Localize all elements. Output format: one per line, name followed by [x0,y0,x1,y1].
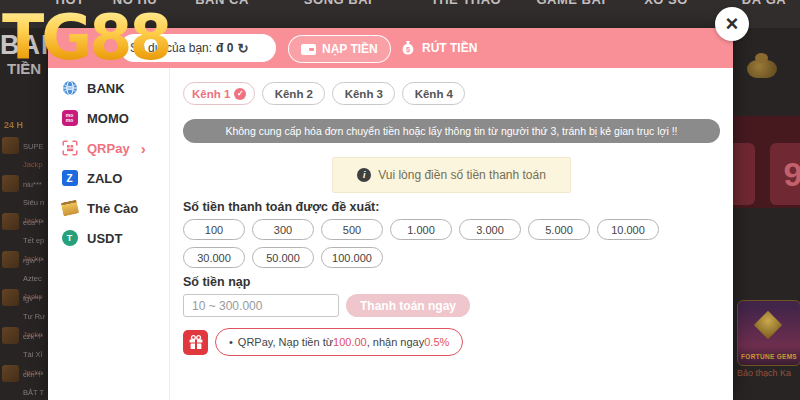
list-item: ckn*** BẮT T Jackp [0,362,47,400]
tab-kenh-4[interactable]: Kênh 4 [402,82,465,105]
nav-item-ban-ca[interactable]: BẮN CÁ [195,0,249,7]
info-icon: i [357,168,371,182]
close-icon[interactable]: × [715,7,749,41]
winner-prize: Jackp [23,160,43,169]
withdraw-tab-button[interactable]: $ RÚT TIỀN [400,35,477,61]
amount-button-100[interactable]: 100 [183,219,245,240]
tab-kenh-2[interactable]: Kênh 2 [262,82,325,105]
winner-user: SUPE [23,142,43,151]
game-thumbnail [2,175,19,192]
payment-method-sidebar: BANK mo mo MOMO [48,68,170,400]
sidebar-item-label: QRPay [87,141,130,156]
tab-label: Kênh 1 [192,88,230,100]
nav-item-xo-so[interactable]: XỔ SỐ [644,0,688,7]
deposit-tab-label: NẠP TIỀN [322,42,378,56]
check-icon: ✓ [234,88,246,100]
game-thumbnail [2,137,19,154]
game-thumbnail [2,251,19,268]
channel-tabs: Kênh 1 ✓ Kênh 2 Kênh 3 Kênh 4 [183,82,720,105]
refresh-icon[interactable]: ↻ [237,41,248,56]
deposit-content: Kênh 1 ✓ Kênh 2 Kênh 3 Kênh 4 Không cung… [170,68,733,400]
winner-game: BẮT T [23,388,44,397]
tab-label: Kênh 3 [345,88,383,100]
tab-kenh-1[interactable]: Kênh 1 ✓ [183,82,255,105]
deposit-input-row: Thanh toán ngay [183,294,720,317]
sidebar-item-zalo[interactable]: Z ZALO [48,163,169,193]
winner-game: Tài Xỉ [23,350,42,359]
nav-item-da-ga[interactable]: ĐÁ GÀ [742,0,786,7]
suggested-amount-buttons: 100 300 500 1.000 3.000 5.000 10.000 30.… [183,219,720,268]
list-item: SUPE Jackp [0,134,47,172]
background-right-column: 9 FORTUNE GEMS Bảo thạch Ka [733,28,800,400]
tab-label: Kênh 4 [415,88,453,100]
bank-globe-icon [61,80,78,97]
deposit-tab-button[interactable]: NẠP TIỀN [288,35,391,63]
promo-amount: 100.00 [333,336,367,348]
nav-item-game-bai[interactable]: GAME BÀI [537,0,606,7]
suggested-amount-label: Số tiền thanh toán được đề xuất: [183,200,720,214]
money-bag-icon: $ [400,40,416,57]
qr-scan-icon [61,140,78,157]
promo-rate: 0.5% [424,336,449,348]
amount-button-500[interactable]: 500 [321,219,383,240]
sidebar-item-label: ZALO [87,171,122,186]
game-thumbnail [2,213,19,230]
balance-value: đ 0 [216,41,233,55]
promo-text-1: QRPay, Nạp tiền từ [238,336,333,348]
winner-game: Tư Rư [23,312,45,321]
sidebar-item-bank[interactable]: BANK [48,73,169,103]
sidebar-item-momo[interactable]: mo mo MOMO [48,103,169,133]
promo-message: • QRPay, Nạp tiền từ 100.00 , nhận ngay … [215,328,463,356]
winner-game: Siêu n [23,198,44,207]
winner-user: czk*** [23,332,43,341]
tab-kenh-3[interactable]: Kênh 3 [332,82,395,105]
amount-button-3000[interactable]: 3.000 [459,219,521,240]
jackpot-winner-list: 24 H SUPE Jackp niu*** Siêu n Jackp eca*… [0,112,47,400]
momo-icon: mo mo [61,110,78,127]
lottery-ball-tile: 9 [770,143,800,205]
amount-button-30000[interactable]: 30.000 [183,247,245,268]
amount-required-alert: i Vui lòng điền số tiền thanh toán [332,157,571,193]
game-thumbnail [2,365,19,382]
sidebar-item-usdt[interactable]: T USDT [48,223,169,253]
amount-button-5000[interactable]: 5.000 [528,219,590,240]
deposit-modal: Số dư của bạn: đ 0 ↻ NẠP TIỀN $ RÚT TIỀN… [48,28,733,400]
list-item: fgv*** Tư Rư Jackp [0,286,47,324]
bullet-icon: • [229,336,233,348]
scratch-card-icon [61,200,78,217]
deposit-amount-input[interactable] [183,294,339,317]
game-thumbnail [2,289,19,306]
lottery-ball-tile [733,143,755,205]
sidebar-item-the-cao[interactable]: Thẻ Cào [48,193,169,223]
modal-body: BANK mo mo MOMO [48,68,733,400]
jackpot-list-header: 24 H [4,120,47,130]
chevron-right-icon: › [141,141,146,156]
amount-button-1000[interactable]: 1.000 [390,219,452,240]
wallet-icon [301,44,316,55]
nav-item-song-bai[interactable]: SÒNG BÀI [304,0,372,7]
nav-item-the-thao[interactable]: THỂ THAO [431,0,501,7]
sidebar-item-qrpay[interactable]: QRPay › [48,133,169,163]
winner-user: ckn*** [23,370,43,379]
game-thumbnail-fortune-gems: FORTUNE GEMS [737,300,800,366]
amount-button-10000[interactable]: 10.000 [597,219,659,240]
game-thumbnail [2,327,19,344]
promo-text-2: , nhận ngay [367,336,425,348]
amount-button-50000[interactable]: 50.000 [252,247,314,268]
game-caption: Bảo thạch Ka [737,368,791,378]
gold-ingot-icon [747,60,777,78]
withdraw-tab-label: RÚT TIỀN [422,41,477,55]
gem-icon [754,311,782,339]
list-item: eca*** Tết ep Jackp [0,210,47,248]
gift-icon [183,330,208,355]
game-title: FORTUNE GEMS [741,353,797,360]
security-notice-banner: Không cung cấp hóa đơn chuyển tiền hoặc … [183,119,720,143]
pay-now-button[interactable]: Thanh toán ngay [346,294,470,317]
amount-button-100000[interactable]: 100.000 [321,247,383,268]
list-item: rgw*** Aztec Jackp [0,248,47,286]
tab-label: Kênh 2 [275,88,313,100]
amount-button-300[interactable]: 300 [252,219,314,240]
deposit-amount-label: Số tiền nạp [183,275,720,289]
site-logo[interactable]: TG88 [2,6,169,70]
winner-game: Aztec [23,274,42,283]
